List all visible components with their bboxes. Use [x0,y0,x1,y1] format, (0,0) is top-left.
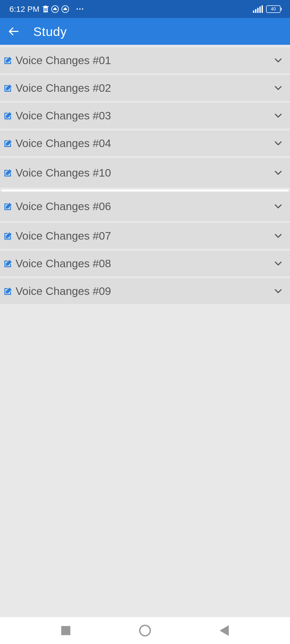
list-item[interactable]: Voice Changes #01 [0,47,290,73]
list-item-label: Voice Changes #02 [16,82,274,94]
chevron-down-icon [274,287,282,295]
cloud-icon [61,5,69,13]
edit-icon [4,84,12,92]
battery-level: 40 [271,6,276,12]
app-bar: Study [0,18,290,45]
list-item[interactable]: Voice Changes #06 [0,192,290,221]
status-bar: 6:12 PM [0,0,290,18]
edit-icon [4,139,12,148]
back-arrow-icon[interactable] [9,26,19,36]
status-time: 6:12 PM [9,5,39,14]
trash-icon [43,6,49,13]
list-item[interactable]: Voice Changes #03 [0,103,290,129]
edit-icon [4,202,12,211]
page-title: Study [33,24,67,39]
list-item[interactable]: Voice Changes #09 [0,278,290,304]
list-divider [2,189,288,192]
chevron-down-icon [274,202,282,211]
edit-icon [4,169,12,177]
svg-rect-4 [45,8,46,11]
nav-recents-button[interactable] [61,626,70,635]
study-list: Voice Changes #01 Voice Changes #02 Voic… [0,45,290,304]
battery-icon: 40 [266,5,281,13]
edit-icon [4,259,12,268]
chevron-down-icon [274,139,282,148]
list-item-label: Voice Changes #10 [16,167,274,179]
list-item-label: Voice Changes #06 [16,200,274,213]
edit-icon [4,232,12,240]
list-item[interactable]: Voice Changes #10 [0,158,290,188]
chevron-down-icon [274,111,282,120]
list-item-label: Voice Changes #09 [16,285,274,298]
list-item-label: Voice Changes #01 [16,54,274,67]
chevron-down-icon [274,84,282,92]
list-item-label: Voice Changes #04 [16,137,274,150]
more-dots-icon [77,8,83,10]
edit-icon [4,56,12,65]
list-item[interactable]: Voice Changes #07 [0,223,290,249]
svg-rect-5 [46,8,47,11]
svg-rect-2 [45,6,47,6]
edit-icon [4,287,12,295]
system-nav-bar [0,617,290,644]
status-indicator-icons [43,5,83,13]
list-item-label: Voice Changes #07 [16,230,274,242]
signal-icon [253,5,263,13]
chevron-down-icon [274,259,282,268]
list-item[interactable]: Voice Changes #02 [0,75,290,101]
chevron-down-icon [274,56,282,65]
svg-rect-3 [44,8,45,11]
nav-home-button[interactable] [139,625,151,636]
list-item[interactable]: Voice Changes #04 [0,130,290,156]
list-item-label: Voice Changes #08 [16,257,274,270]
status-bar-left: 6:12 PM [9,5,83,14]
nav-back-button[interactable] [220,625,229,636]
chevron-down-icon [274,232,282,240]
list-item-label: Voice Changes #03 [16,109,274,122]
status-bar-right: 40 [253,5,281,13]
chevron-down-icon [274,169,282,177]
list-item[interactable]: Voice Changes #08 [0,251,290,276]
cloud-icon [51,5,59,13]
edit-icon [4,111,12,120]
